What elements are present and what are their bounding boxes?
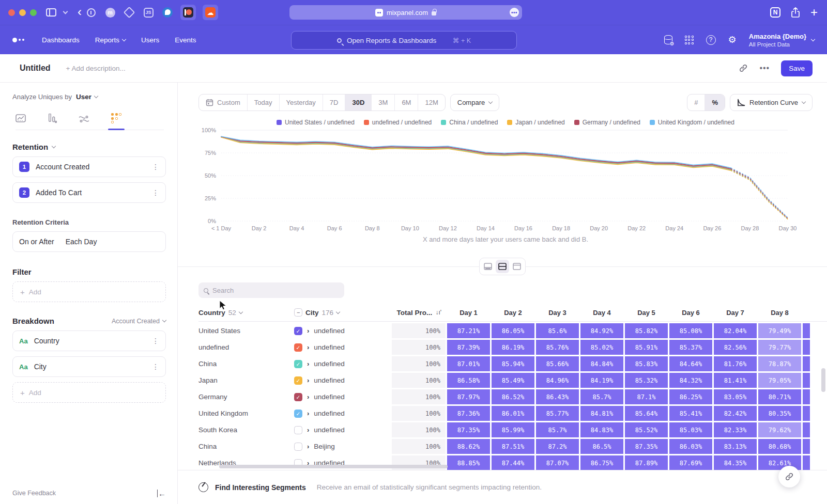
password-extension-icon[interactable] <box>85 6 97 19</box>
expand-row-icon[interactable]: › <box>307 376 309 384</box>
horizontal-scrollbar[interactable] <box>219 465 448 468</box>
tab-insights[interactable] <box>16 112 26 123</box>
find-segments-title[interactable]: Find Interesting Segments <box>215 483 306 492</box>
share-link-floating-button[interactable] <box>778 466 800 487</box>
column-day[interactable]: Day 4 <box>580 309 623 317</box>
legend-item[interactable]: Germany / undefined <box>574 119 640 126</box>
expand-row-icon[interactable]: › <box>307 426 309 434</box>
report-title[interactable]: Untitled <box>20 64 51 73</box>
row-checkbox[interactable]: ✓ <box>294 410 302 418</box>
apps-grid-icon[interactable] <box>685 36 694 44</box>
close-window-button[interactable] <box>8 9 15 16</box>
split-view-button[interactable] <box>496 260 509 273</box>
expand-row-icon[interactable]: › <box>307 343 309 351</box>
more-options-icon[interactable]: ••• <box>759 64 770 73</box>
compare-button[interactable]: Compare <box>450 94 499 111</box>
chart-only-view-button[interactable] <box>481 260 495 273</box>
give-feedback-link[interactable]: Give Feedback <box>12 490 56 497</box>
bird-extension-icon[interactable] <box>161 6 174 19</box>
copy-link-icon[interactable] <box>739 64 748 73</box>
column-day[interactable]: Day 5 <box>625 309 668 317</box>
column-day[interactable]: Day 8 <box>758 309 801 317</box>
js-extension-icon[interactable]: JS <box>142 6 155 19</box>
retention-step-card[interactable]: 2Added To Cart⋮ <box>12 182 166 203</box>
global-search-input[interactable] <box>347 37 448 44</box>
help-icon[interactable]: ? <box>706 35 716 45</box>
expand-row-icon[interactable]: › <box>307 360 309 368</box>
row-checkbox[interactable]: ✓ <box>294 343 302 352</box>
range-today[interactable]: Today <box>248 94 280 111</box>
count-toggle-percent[interactable]: % <box>705 94 725 111</box>
criteria-card[interactable]: On or After Each Day <box>12 231 166 252</box>
breakdown-event-selector[interactable]: Account Created <box>112 318 166 325</box>
legend-item[interactable]: Japan / undefined <box>507 119 564 126</box>
global-search[interactable]: ⌘ + K <box>291 31 517 50</box>
share-icon[interactable] <box>791 7 800 18</box>
expand-row-icon[interactable]: › <box>307 443 309 450</box>
settings-gear-icon[interactable]: ⚙ <box>728 35 737 44</box>
legend-item[interactable]: United Kingdom / undefined <box>650 119 734 126</box>
project-switcher[interactable]: Amazonia {Demo} All Project Data <box>749 33 815 48</box>
save-button[interactable]: Save <box>781 60 813 76</box>
kebab-menu-icon[interactable]: ⋮ <box>152 163 159 171</box>
page-options-icon[interactable]: ••• <box>510 8 519 17</box>
row-checkbox[interactable] <box>294 443 302 451</box>
column-city[interactable]: − City 176 <box>294 308 390 317</box>
back-button[interactable]: ‹ <box>78 6 82 18</box>
add-description[interactable]: + Add description... <box>66 65 126 72</box>
column-day[interactable]: Day 6 <box>669 309 712 317</box>
expand-row-icon[interactable]: › <box>307 327 309 335</box>
range-custom[interactable]: Custom <box>199 94 248 111</box>
table-search-input[interactable] <box>212 287 331 294</box>
expand-row-icon[interactable]: › <box>307 393 309 401</box>
legend-item[interactable]: China / undefined <box>441 119 498 126</box>
range-30d[interactable]: 30D <box>345 94 372 111</box>
patreon-extension-icon[interactable] <box>180 5 196 20</box>
add-filter-button[interactable]: +Add <box>12 281 166 302</box>
tab-funnels[interactable] <box>48 112 57 123</box>
row-checkbox[interactable]: ✓ <box>294 393 302 401</box>
kebab-menu-icon[interactable]: ⋮ <box>152 337 159 345</box>
m-extension-icon[interactable]: m <box>104 6 116 19</box>
kebab-menu-icon[interactable]: ⋮ <box>152 363 159 371</box>
column-day[interactable]: Day 2 <box>492 309 534 317</box>
range-yesterday[interactable]: Yesterday <box>280 94 323 111</box>
tab-retention[interactable] <box>111 112 121 123</box>
browser-sidebar-icon[interactable] <box>46 8 56 17</box>
column-day[interactable]: Day 7 <box>714 309 757 317</box>
table-search[interactable] <box>198 282 344 298</box>
row-checkbox[interactable]: ✓ <box>294 327 302 335</box>
range-3m[interactable]: 3M <box>372 94 395 111</box>
column-day[interactable]: Day 3 <box>536 309 579 317</box>
column-day[interactable]: Day 1 <box>447 309 490 317</box>
collapse-sidebar-icon[interactable]: ← <box>157 490 166 497</box>
nav-item-events[interactable]: Events <box>175 36 196 44</box>
new-tab-icon[interactable]: + <box>810 6 818 19</box>
nav-item-reports[interactable]: Reports <box>95 36 126 44</box>
select-all-checkbox[interactable]: − <box>294 308 302 317</box>
chevron-down-icon[interactable] <box>63 9 68 14</box>
tab-flows[interactable] <box>79 112 89 123</box>
kebab-menu-icon[interactable]: ⋮ <box>152 188 159 197</box>
range-12m[interactable]: 12M <box>418 94 445 111</box>
row-checkbox[interactable] <box>294 426 302 434</box>
nav-item-dashboards[interactable]: Dashboards <box>42 36 80 44</box>
nav-item-users[interactable]: Users <box>141 36 159 44</box>
legend-item[interactable]: United States / undefined <box>277 119 355 126</box>
range-6m[interactable]: 6M <box>395 94 418 111</box>
mixpanel-logo[interactable] <box>12 38 24 42</box>
range-7d[interactable]: 7D <box>323 94 346 111</box>
address-bar[interactable]: mixpanel.com ••• <box>289 5 522 20</box>
analyze-value[interactable]: User <box>76 93 91 101</box>
add-breakdown-button[interactable]: +Add <box>12 382 166 403</box>
criteria-on-or-after[interactable]: On or After <box>19 238 54 246</box>
breakdown-card[interactable]: AaCountry⋮ <box>12 330 166 351</box>
vertical-scrollbar[interactable] <box>821 368 825 392</box>
legend-item[interactable]: undefined / undefined <box>364 119 432 126</box>
minimize-window-button[interactable] <box>19 9 26 16</box>
criteria-each-day[interactable]: Each Day <box>66 238 97 246</box>
table-only-view-button[interactable] <box>510 260 524 273</box>
column-total[interactable]: Total Pro... ↓ı' <box>392 309 446 317</box>
row-checkbox[interactable]: ✓ <box>294 360 302 368</box>
soundcloud-extension-icon[interactable]: ☁ <box>203 5 218 20</box>
